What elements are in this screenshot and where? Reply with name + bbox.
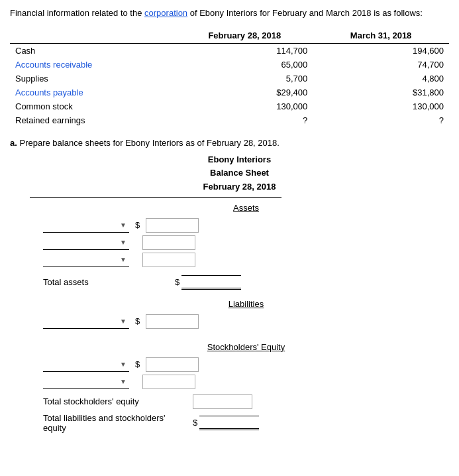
total-assets-row: Total assets $ (43, 275, 449, 290)
bs-date: February 28, 2018 (30, 180, 449, 194)
asset-row-3: ▼ (43, 253, 449, 267)
intro-paragraph: Financial information related to the cor… (10, 7, 449, 20)
equity-section: ▼ $ ▼ (43, 357, 449, 389)
corp-link: corporation (144, 8, 187, 18)
equity-input-1[interactable] (146, 357, 199, 372)
total-liab-eq-label: Total liabilities and stockholders' equi… (43, 413, 189, 433)
total-liab-eq-input[interactable] (199, 416, 259, 430)
table-row-label: Cash (10, 43, 176, 58)
total-se-row: Total stockholders' equity (43, 394, 449, 409)
dropdown-arrow-3: ▼ (120, 256, 127, 263)
table-row-mar: 194,600 (313, 43, 449, 58)
col-feb: February 28, 2018 (176, 28, 313, 44)
liab-dollar: $ (135, 316, 140, 326)
equity-section-title: Stockholders' Equity (43, 342, 449, 352)
table-row-label: Supplies (10, 72, 176, 86)
total-assets-input-wrap: $ (173, 275, 241, 290)
table-row-mar: $31,800 (313, 86, 449, 99)
dropdown-arrow-2: ▼ (120, 239, 127, 246)
asset-dropdown-3[interactable]: ▼ (43, 253, 129, 267)
intro-text-before: Financial information related to the (10, 8, 144, 18)
equity-row-2: ▼ (43, 375, 449, 389)
total-assets-label: Total assets (43, 277, 169, 287)
asset-dropdown-2[interactable]: ▼ (43, 235, 129, 250)
liab-row-1: ▼ $ (43, 314, 449, 329)
asset-dropdown-1[interactable]: ▼ (43, 218, 129, 233)
asset-input-3[interactable] (142, 253, 195, 267)
table-row-feb: 114,700 (176, 43, 313, 58)
intro-text-after: of Ebony Interiors for February and Marc… (187, 8, 423, 18)
assets-section-title: Assets (43, 203, 449, 213)
equity-dropdown-2[interactable]: ▼ (43, 375, 129, 389)
total-liab-eq-dollar: $ (193, 418, 197, 428)
table-row-label: Accounts payable (10, 86, 176, 99)
table-row-feb: 130,000 (176, 99, 313, 113)
table-row-mar: ? (313, 113, 449, 127)
equity-row-1: ▼ $ (43, 357, 449, 372)
table-row-mar: 74,700 (313, 58, 449, 72)
total-assets-input[interactable] (181, 275, 241, 290)
table-row-label: Common stock (10, 99, 176, 113)
total-se-input[interactable] (193, 394, 252, 409)
dropdown-arrow-1: ▼ (120, 221, 127, 229)
equity-arrow-1: ▼ (120, 361, 127, 368)
table-row-mar: 130,000 (313, 99, 449, 113)
bs-divider (30, 197, 281, 198)
bs-company: Ebony Interiors (30, 153, 449, 167)
equity-input-2[interactable] (142, 375, 195, 389)
col-label (10, 28, 176, 44)
section-a-label: a. Prepare balance sheets for Ebony Inte… (10, 138, 449, 148)
table-row-feb: 65,000 (176, 58, 313, 72)
col-mar: March 31, 2018 (313, 28, 449, 44)
table-row-label: Retained earnings (10, 113, 176, 127)
table-row-feb: ? (176, 113, 313, 127)
liabilities-section-title: Liabilities (43, 299, 449, 309)
equity-dollar-1: $ (135, 359, 140, 369)
liabilities-section: ▼ $ (43, 314, 449, 329)
table-row-mar: 4,800 (313, 72, 449, 86)
assets-section: ▼ $ ▼ ▼ (43, 218, 449, 267)
equity-dropdown-1[interactable]: ▼ (43, 357, 129, 372)
liab-input-1[interactable] (146, 314, 199, 329)
liab-arrow-1: ▼ (120, 318, 127, 325)
asset-row-1: ▼ $ (43, 218, 449, 233)
table-row-feb: 5,700 (176, 72, 313, 86)
balance-sheet: Ebony Interiors Balance Sheet February 2… (30, 153, 449, 433)
bs-title: Balance Sheet (30, 166, 449, 180)
total-liab-eq-row: Total liabilities and stockholders' equi… (43, 413, 449, 433)
asset-row-2: ▼ (43, 235, 449, 250)
total-se-label: Total stockholders' equity (43, 396, 189, 406)
bs-header: Ebony Interiors Balance Sheet February 2… (30, 153, 449, 194)
equity-arrow-2: ▼ (120, 378, 127, 385)
asset-input-1[interactable] (146, 218, 199, 233)
dollar-1: $ (135, 220, 140, 230)
asset-input-2[interactable] (142, 235, 195, 250)
liab-dropdown-1[interactable]: ▼ (43, 314, 129, 329)
total-dollar: $ (175, 277, 179, 287)
financial-table: February 28, 2018 March 31, 2018 Cash114… (10, 28, 449, 127)
table-row-label: Accounts receivable (10, 58, 176, 72)
table-row-feb: $29,400 (176, 86, 313, 99)
